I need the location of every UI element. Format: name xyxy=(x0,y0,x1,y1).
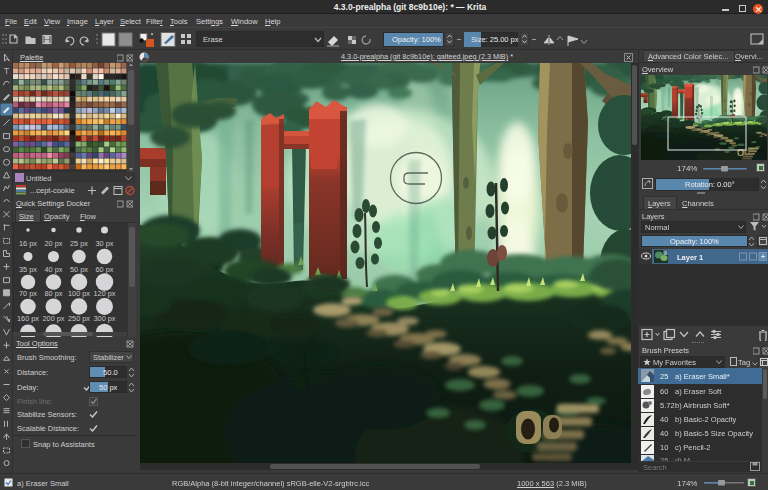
svg-text:300 px: 300 px xyxy=(94,314,116,323)
svg-text:16 px: 16 px xyxy=(19,239,37,248)
svg-text:20 px: 20 px xyxy=(45,239,63,248)
svg-text:25 px: 25 px xyxy=(70,239,88,248)
svg-text:200 px: 200 px xyxy=(43,314,65,323)
svg-text:100 px: 100 px xyxy=(68,289,90,298)
svg-text:T: T xyxy=(4,66,10,76)
svg-text:35 px: 35 px xyxy=(19,265,37,274)
svg-text:50 px: 50 px xyxy=(70,265,88,274)
svg-text:250 px: 250 px xyxy=(68,314,90,323)
svg-text:40 px: 40 px xyxy=(45,265,63,274)
svg-text:70 px: 70 px xyxy=(19,289,37,298)
svg-text:160 px: 160 px xyxy=(17,314,39,323)
svg-text:30 px: 30 px xyxy=(96,239,114,248)
svg-text:60 px: 60 px xyxy=(96,265,114,274)
svg-text:120 px: 120 px xyxy=(94,289,116,298)
svg-text:80 px: 80 px xyxy=(45,289,63,298)
